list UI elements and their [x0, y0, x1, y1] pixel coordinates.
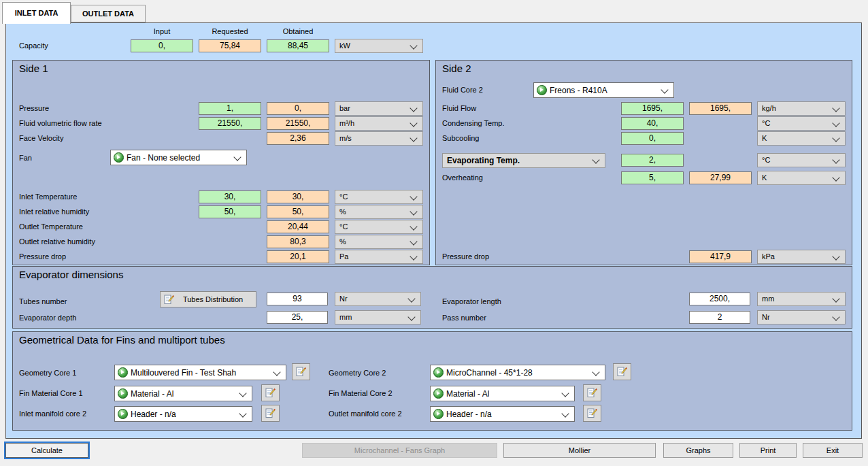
condensing-unit-label: °C [762, 119, 770, 127]
condensing-unit-select[interactable]: °C [757, 116, 846, 131]
inlet-manifold-select[interactable]: Header - n/a [114, 406, 252, 422]
side1-pressure-drop-unit-label: Pa [339, 252, 348, 261]
edit-document-icon [265, 408, 276, 418]
header-item-icon [433, 409, 444, 419]
geometry-item-icon [433, 367, 444, 378]
subcooling-unit-label: K [762, 134, 767, 142]
capacity-input-field[interactable]: 0, [131, 39, 193, 52]
pressure-requested-field[interactable]: 0, [267, 102, 329, 115]
inlet-temp-requested-field[interactable]: 30, [267, 190, 329, 203]
pressure-unit-select[interactable]: bar [335, 101, 423, 116]
side2-pressure-drop-field[interactable]: 417,9 [689, 250, 752, 263]
flow-unit-label: m³/h [339, 119, 354, 127]
overheating-requested-field[interactable]: 27,99 [689, 171, 752, 184]
edit-fin-material-core2-button[interactable] [583, 384, 601, 401]
graphs-button[interactable]: Graphs [663, 443, 733, 458]
edit-geometry-core1-button[interactable] [292, 363, 310, 380]
inlet-rh-requested-field[interactable]: 50, [267, 205, 329, 218]
fin-material-core1-label: Fin Material Core 1 [19, 389, 83, 397]
tab-outlet-data[interactable]: OUTLET DATA [71, 5, 146, 22]
edit-inlet-manifold-button[interactable] [261, 405, 280, 422]
chevron-down-icon [410, 119, 417, 127]
fluid-core2-select[interactable]: Freons - R410A [533, 82, 674, 98]
pressure-input-field[interactable]: 1, [199, 102, 261, 115]
evaporating-temp-unit-select[interactable]: °C [757, 153, 846, 167]
chevron-down-icon [592, 368, 599, 376]
tab-inlet-data[interactable]: INLET DATA [2, 2, 71, 24]
outlet-temp-requested-field[interactable]: 20,44 [267, 220, 329, 233]
evaporator-length-unit-label: mm [762, 295, 774, 303]
side1-pressure-drop-field[interactable]: 20,1 [267, 250, 329, 263]
pass-number-field[interactable]: 2 [689, 311, 750, 324]
evaporator-depth-unit-select[interactable]: mm [335, 310, 421, 324]
fan-select[interactable]: Fan - None selected [110, 150, 247, 165]
tubes-number-field[interactable]: 93 [267, 293, 328, 305]
geometry-core1-select[interactable]: Multilouvered Fin - Test Shah [114, 365, 286, 380]
overheating-unit-label: K [762, 173, 767, 182]
fin-material-core2-select[interactable]: Material - Al [430, 386, 575, 401]
condensing-input-field[interactable]: 40, [621, 117, 684, 130]
tubes-distribution-button[interactable]: Tubes Distribution [160, 291, 256, 307]
chevron-down-icon [832, 156, 839, 163]
outlet-temp-label: Outlet Temperature [19, 222, 83, 231]
geometry-core1-label: Geometry Core 1 [19, 369, 76, 377]
capacity-requested-field[interactable]: 75,84 [199, 39, 261, 52]
edit-fin-material-core1-button[interactable] [261, 384, 280, 401]
fluid-flow-unit-label: kg/h [762, 104, 776, 112]
exit-button[interactable]: Exit [803, 443, 863, 458]
evaporator-depth-unit-label: mm [339, 313, 352, 321]
fluid-flow-input-field[interactable]: 1695, [621, 102, 684, 115]
print-button[interactable]: Print [739, 443, 797, 458]
tubes-number-label: Tubes number [19, 297, 67, 305]
column-header-input: Input [131, 27, 193, 35]
evaporator-depth-label: Evaporator depth [19, 314, 76, 322]
chevron-down-icon [832, 313, 839, 320]
calculate-button[interactable]: Calculate [5, 443, 88, 458]
face-velocity-requested-field[interactable]: 2,36 [267, 132, 329, 145]
inlet-manifold-value: Header - n/a [131, 410, 176, 419]
fluid-flow-requested-field[interactable]: 1695, [689, 102, 752, 115]
outlet-temp-unit-select[interactable]: °C [335, 220, 423, 234]
evaporator-length-unit-select[interactable]: mm [757, 292, 846, 306]
capacity-unit-select[interactable]: kW [335, 39, 423, 53]
fluid-core2-label: Fluid Core 2 [442, 86, 483, 94]
edit-outlet-manifold-button[interactable] [583, 405, 601, 422]
evaporator-depth-field[interactable]: 25, [267, 311, 328, 324]
overheating-unit-select[interactable]: K [757, 171, 846, 185]
tubes-number-unit-select[interactable]: Nr [335, 292, 421, 306]
subcooling-label: Subcooling [442, 134, 479, 142]
outlet-rh-unit-select[interactable]: % [335, 235, 423, 249]
inlet-temp-label: Inlet Temperature [19, 193, 77, 201]
outlet-manifold-select[interactable]: Header - n/a [430, 406, 575, 422]
side1-pressure-drop-unit-select[interactable]: Pa [335, 250, 423, 264]
overheating-input-field[interactable]: 5, [621, 171, 684, 184]
inlet-rh-unit-select[interactable]: % [335, 205, 423, 219]
inlet-temp-input-field[interactable]: 30, [199, 190, 261, 203]
capacity-obtained-field[interactable]: 88,45 [267, 39, 329, 52]
inlet-rh-input-field[interactable]: 50, [199, 205, 261, 218]
flow-requested-field[interactable]: 21550, [267, 117, 329, 130]
flow-input-field[interactable]: 21550, [199, 117, 261, 130]
face-velocity-unit-select[interactable]: m/s [335, 131, 423, 146]
pass-number-unit-select[interactable]: Nr [757, 310, 846, 324]
geometry-item-icon [118, 367, 128, 378]
side2-pressure-drop-unit-select[interactable]: kPa [757, 250, 846, 264]
chevron-down-icon [239, 410, 246, 417]
inlet-temp-unit-select[interactable]: °C [335, 190, 423, 204]
flow-unit-select[interactable]: m³/h [335, 116, 423, 131]
outlet-rh-requested-field[interactable]: 80,3 [267, 235, 329, 248]
evaporating-temp-unit-label: °C [762, 156, 770, 164]
mollier-button[interactable]: Mollier [503, 443, 656, 458]
geometry-core2-select[interactable]: MicroChannel - 45*1-28 [430, 365, 605, 380]
edit-geometry-core2-button[interactable] [613, 363, 631, 380]
chevron-down-icon [239, 389, 246, 397]
tab-inlet-label: INLET DATA [15, 9, 59, 17]
evaporating-temp-mode-select[interactable]: Evaporating Temp. [442, 153, 605, 168]
fin-material-core1-select[interactable]: Material - Al [114, 386, 252, 401]
subcooling-unit-select[interactable]: K [757, 131, 846, 146]
subcooling-input-field[interactable]: 0, [621, 132, 684, 145]
fluid-flow-unit-select[interactable]: kg/h [757, 101, 846, 116]
chevron-down-icon [410, 104, 417, 112]
evaporating-temp-input-field[interactable]: 2, [621, 154, 684, 167]
evaporator-length-field[interactable]: 2500, [689, 293, 750, 305]
